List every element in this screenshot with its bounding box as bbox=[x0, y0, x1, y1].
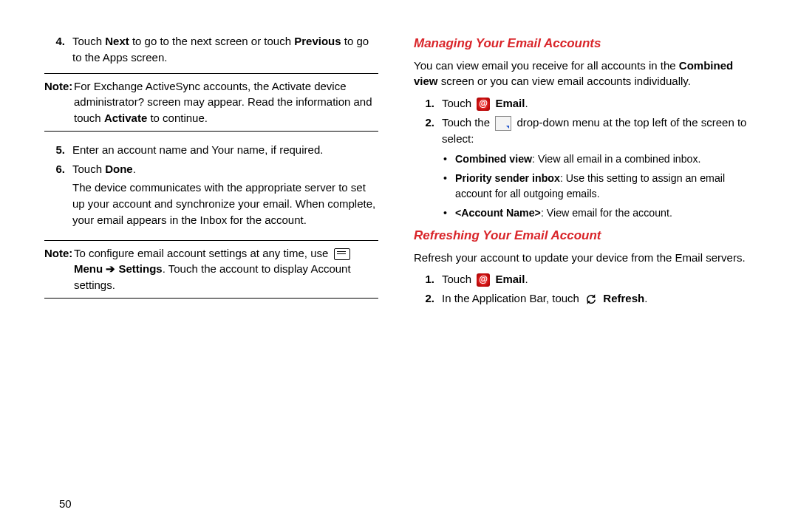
bullet-dot: • bbox=[442, 205, 455, 221]
bullet-text: <Account Name>: View email for the accou… bbox=[455, 205, 754, 221]
step-number: 6. bbox=[44, 161, 72, 177]
step-body: Touch Email. bbox=[442, 271, 754, 287]
text: . bbox=[525, 273, 528, 285]
managing-intro: You can view email you receive for all a… bbox=[414, 58, 754, 90]
step-body: Touch Done. bbox=[72, 161, 378, 177]
text: . bbox=[644, 292, 647, 304]
text: To configure email account settings at a… bbox=[74, 247, 332, 259]
step-number: 4. bbox=[44, 33, 72, 66]
bold-email: Email bbox=[495, 97, 525, 109]
step-body: Enter an account name and Your name, if … bbox=[72, 142, 378, 158]
heading-refreshing: Refreshing Your Email Account bbox=[414, 227, 754, 245]
text: to go to the next screen or touch bbox=[129, 35, 294, 47]
manual-page: 4. Touch Next to go to the next screen o… bbox=[0, 0, 798, 532]
refresh-step-1: 1. Touch Email. bbox=[414, 271, 754, 287]
bullet-dot: • bbox=[442, 151, 455, 167]
text: : View email for the account. bbox=[541, 207, 672, 219]
managing-step-1: 1. Touch Email. bbox=[414, 95, 754, 112]
step-6-description: The device communicates with the appropr… bbox=[72, 180, 378, 228]
text: Touch bbox=[72, 35, 105, 47]
bold-settings: Settings bbox=[119, 262, 163, 275]
email-icon bbox=[477, 273, 490, 287]
bold-refresh: Refresh bbox=[603, 292, 644, 304]
arrow-icon: ➔ bbox=[103, 262, 118, 275]
step-body: Touch Email. bbox=[442, 95, 754, 112]
note-block-settings: Note: To configure email account setting… bbox=[44, 240, 378, 299]
bold-next: Next bbox=[105, 35, 129, 47]
text: Touch the bbox=[442, 116, 493, 129]
bullet-text: Combined view: View all email in a combi… bbox=[455, 151, 754, 167]
dropdown-options: • Combined view: View all email in a com… bbox=[442, 151, 754, 221]
bullet-account-name: • <Account Name>: View email for the acc… bbox=[442, 205, 754, 221]
text: : View all email in a combined inbox. bbox=[532, 153, 700, 165]
text: You can view email you receive for all a… bbox=[414, 59, 679, 72]
text: . bbox=[525, 97, 528, 109]
bold-done: Done bbox=[105, 163, 133, 175]
heading-managing: Managing Your Email Accounts bbox=[414, 35, 754, 53]
bold-menu: Menu bbox=[74, 262, 103, 275]
step-number: 2. bbox=[414, 115, 442, 147]
step-number: 2. bbox=[414, 290, 442, 307]
bold: <Account Name> bbox=[455, 207, 541, 219]
text: . bbox=[133, 163, 136, 175]
bold: Priority sender inbox bbox=[455, 172, 560, 184]
email-icon bbox=[477, 98, 490, 111]
page-number: 50 bbox=[59, 497, 72, 510]
managing-step-2: 2. Touch the drop-down menu at the top l… bbox=[414, 115, 754, 147]
bullet-priority-sender: • Priority sender inbox: Use this settin… bbox=[442, 171, 754, 201]
note-block-activesync: Note: For Exchange ActiveSync accounts, … bbox=[44, 73, 378, 132]
step-body: Touch Next to go to the next screen or t… bbox=[72, 33, 378, 66]
note-label: Note: bbox=[44, 78, 74, 126]
menu-icon bbox=[334, 248, 350, 260]
right-column: Managing Your Email Accounts You can vie… bbox=[399, 33, 768, 517]
step-4: 4. Touch Next to go to the next screen o… bbox=[44, 33, 378, 66]
bold: Combined view bbox=[455, 153, 532, 165]
bold-email: Email bbox=[495, 273, 525, 285]
step-6: 6. Touch Done. bbox=[44, 161, 378, 177]
bullet-dot: • bbox=[442, 171, 455, 201]
step-body: Touch the drop-down menu at the top left… bbox=[442, 115, 754, 147]
text: In the Application Bar, touch bbox=[442, 292, 582, 304]
bold-previous: Previous bbox=[294, 35, 341, 47]
text: to continue. bbox=[147, 112, 208, 124]
refreshing-intro: Refresh your account to update your devi… bbox=[414, 250, 754, 266]
text: Touch bbox=[442, 273, 474, 285]
text: screen or you can view email accounts in… bbox=[438, 75, 691, 87]
step-number: 1. bbox=[414, 271, 442, 287]
dropdown-icon bbox=[495, 116, 511, 131]
bold-activate: Activate bbox=[104, 112, 147, 124]
text: Touch bbox=[442, 97, 474, 109]
step-body: In the Application Bar, touch Refresh. bbox=[442, 290, 754, 307]
bullet-combined-view: • Combined view: View all email in a com… bbox=[442, 151, 754, 167]
text: Touch bbox=[72, 163, 105, 175]
refresh-step-2: 2. In the Application Bar, touch Refresh… bbox=[414, 290, 754, 307]
bullet-text: Priority sender inbox: Use this setting … bbox=[455, 171, 754, 201]
note-body: To configure email account settings at a… bbox=[74, 245, 378, 293]
refresh-icon bbox=[584, 293, 598, 306]
step-5: 5. Enter an account name and Your name, … bbox=[44, 142, 378, 158]
step-number: 5. bbox=[44, 142, 72, 158]
note-label: Note: bbox=[44, 245, 74, 293]
left-column: 4. Touch Next to go to the next screen o… bbox=[30, 33, 399, 517]
note-body: For Exchange ActiveSync accounts, the Ac… bbox=[74, 78, 378, 126]
step-number: 1. bbox=[414, 95, 442, 112]
